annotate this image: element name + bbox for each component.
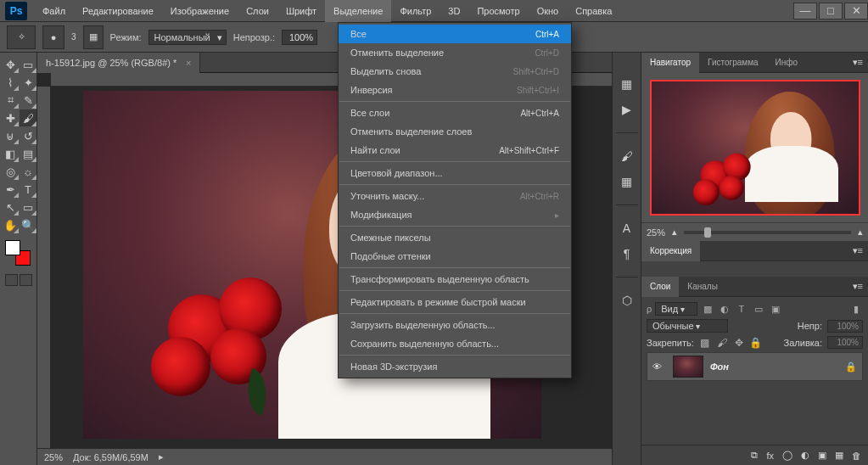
tab-navigator[interactable]: Навигатор bbox=[641, 53, 699, 73]
menu-фильтр[interactable]: Фильтр bbox=[391, 0, 440, 22]
spot-heal-tool[interactable]: ✚ bbox=[2, 109, 19, 126]
pen-tool[interactable]: ✒ bbox=[2, 181, 19, 198]
zoom-tool[interactable]: 🔍 bbox=[20, 216, 36, 233]
tab-channels[interactable]: Каналы bbox=[679, 277, 726, 297]
menu-выделение[interactable]: Выделение bbox=[325, 0, 391, 22]
navigator-zoom-slider[interactable] bbox=[684, 231, 851, 234]
gradient-tool[interactable]: ▤ bbox=[20, 145, 36, 162]
brush-preset-icon[interactable]: 🖌 bbox=[619, 148, 636, 164]
status-arrow-icon[interactable]: ▸ bbox=[159, 451, 164, 462]
menu-слои[interactable]: Слои bbox=[238, 0, 277, 22]
navigator-zoom-value[interactable]: 25% bbox=[647, 227, 665, 238]
layer-mask-icon[interactable]: ◯ bbox=[782, 450, 792, 461]
lasso-tool[interactable]: ⌇ bbox=[2, 74, 19, 91]
path-select-tool[interactable]: ↖ bbox=[2, 199, 19, 216]
panel-menu-icon[interactable]: ▾≡ bbox=[848, 57, 868, 68]
crop-tool[interactable]: ⌗ bbox=[2, 92, 19, 109]
blur-tool[interactable]: ◎ bbox=[2, 163, 19, 180]
menu-item[interactable]: Цветовой диапазон... bbox=[339, 164, 571, 182]
filter-icon[interactable]: ρ bbox=[647, 304, 652, 314]
close-tab-icon[interactable]: × bbox=[186, 58, 191, 68]
menu-файл[interactable]: Файл bbox=[34, 0, 74, 22]
menu-item[interactable]: Отменить выделение слоев bbox=[339, 122, 571, 141]
new-group-icon[interactable]: ▣ bbox=[818, 450, 826, 461]
menu-item[interactable]: Все слоиAlt+Ctrl+A bbox=[339, 104, 571, 122]
menu-3d[interactable]: 3D bbox=[440, 0, 468, 22]
zoom-in-icon[interactable]: ▴ bbox=[858, 227, 863, 238]
menu-item[interactable]: Найти слоиAlt+Shift+Ctrl+F bbox=[339, 141, 571, 160]
current-tool-icon[interactable]: ✧ bbox=[7, 25, 36, 49]
layer-row[interactable]: 👁 Фон 🔒 bbox=[647, 352, 863, 381]
quick-select-tool[interactable]: ✦ bbox=[20, 74, 36, 91]
character-panel-icon[interactable]: A bbox=[619, 221, 636, 236]
panel-menu-icon[interactable]: ▾≡ bbox=[848, 281, 868, 292]
visibility-eye-icon[interactable]: 👁 bbox=[652, 361, 666, 372]
color-swatches[interactable] bbox=[5, 240, 31, 266]
play-icon[interactable]: ▶ bbox=[619, 102, 636, 117]
navigator-thumbnail[interactable] bbox=[650, 80, 860, 216]
lock-transparency-icon[interactable]: ▩ bbox=[699, 337, 711, 349]
window-maximize[interactable]: □ bbox=[819, 3, 843, 20]
quickmask-mode-button[interactable] bbox=[20, 274, 32, 286]
menu-справка[interactable]: Справка bbox=[567, 0, 620, 22]
standard-mode-button[interactable] bbox=[5, 274, 18, 286]
eraser-tool[interactable]: ◧ bbox=[2, 145, 19, 162]
eyedropper-tool[interactable]: ✎ bbox=[20, 92, 36, 109]
tab-info[interactable]: Инфо bbox=[767, 53, 807, 73]
new-layer-icon[interactable]: ▦ bbox=[835, 450, 843, 461]
clone-stamp-tool[interactable]: ⊎ bbox=[2, 127, 19, 144]
filter-pixel-icon[interactable]: ▩ bbox=[701, 302, 714, 316]
status-zoom[interactable]: 25% bbox=[44, 452, 63, 462]
menu-просмотр[interactable]: Просмотр bbox=[468, 0, 528, 22]
lock-pixels-icon[interactable]: 🖌 bbox=[716, 337, 728, 349]
document-tab[interactable]: h-15912.jpg @ 25% (RGB/8#) * × bbox=[37, 53, 200, 73]
window-close[interactable]: ✕ bbox=[844, 3, 868, 20]
layer-opacity-input[interactable]: 100% bbox=[827, 320, 863, 333]
layer-fill-input[interactable]: 100% bbox=[827, 336, 863, 349]
menu-шрифт[interactable]: Шрифт bbox=[277, 0, 325, 22]
filter-toggle-switch[interactable]: ▮ bbox=[849, 302, 863, 316]
zoom-out-icon[interactable]: ▴ bbox=[672, 227, 677, 238]
3d-panel-icon[interactable]: ⬡ bbox=[619, 293, 636, 308]
menu-окно[interactable]: Окно bbox=[529, 0, 568, 22]
layer-filter-kind[interactable]: Вид ▾ bbox=[655, 302, 697, 316]
history-panel-icon[interactable]: ▦ bbox=[619, 76, 636, 92]
new-fill-adjust-icon[interactable]: ◐ bbox=[801, 450, 809, 461]
swatches-icon[interactable]: ▦ bbox=[619, 174, 636, 189]
filter-shape-icon[interactable]: ▭ bbox=[752, 302, 765, 316]
panel-menu-icon[interactable]: ▾≡ bbox=[848, 245, 868, 256]
menu-изображение[interactable]: Изображение bbox=[162, 0, 238, 22]
hand-tool[interactable]: ✋ bbox=[2, 216, 19, 233]
tab-layers[interactable]: Слои bbox=[641, 277, 679, 297]
marquee-tool[interactable]: ▭ bbox=[20, 56, 36, 73]
filter-adjust-icon[interactable]: ◐ bbox=[718, 302, 731, 316]
menu-item[interactable]: Редактировать в режиме быстрой маски bbox=[339, 293, 571, 311]
shape-tool[interactable]: ▭ bbox=[20, 199, 36, 216]
delete-layer-icon[interactable]: 🗑 bbox=[852, 451, 861, 461]
brush-preset-picker[interactable]: ● bbox=[42, 25, 64, 49]
brush-tool[interactable]: 🖌 bbox=[20, 109, 36, 126]
menu-редактирование[interactable]: Редактирование bbox=[74, 0, 162, 22]
foreground-color-swatch[interactable] bbox=[5, 240, 20, 255]
filter-type-icon[interactable]: T bbox=[735, 302, 748, 316]
lock-position-icon[interactable]: ✥ bbox=[733, 337, 745, 349]
window-minimize[interactable]: — bbox=[793, 3, 817, 20]
paragraph-panel-icon[interactable]: ¶ bbox=[619, 246, 636, 261]
lock-all-icon[interactable]: 🔒 bbox=[750, 337, 762, 349]
blend-mode-select[interactable]: Нормальный ▾ bbox=[148, 30, 227, 45]
link-layers-icon[interactable]: ⧉ bbox=[751, 450, 758, 461]
dodge-tool[interactable]: ☼ bbox=[20, 163, 36, 180]
type-tool[interactable]: T bbox=[20, 181, 36, 198]
layer-blend-mode[interactable]: Обычные ▾ bbox=[647, 319, 728, 333]
move-tool[interactable]: ✥ bbox=[2, 56, 19, 73]
layer-name[interactable]: Фон bbox=[710, 361, 729, 372]
tab-adjustments[interactable]: Коррекция bbox=[641, 241, 700, 261]
brush-panel-toggle[interactable]: ▦ bbox=[83, 25, 104, 49]
history-brush-tool[interactable]: ↺ bbox=[20, 127, 36, 144]
tab-histogram[interactable]: Гистограмма bbox=[699, 53, 767, 73]
layer-fx-icon[interactable]: fx bbox=[766, 451, 774, 461]
menu-item[interactable]: ВсеCtrl+A bbox=[339, 25, 571, 43]
layer-thumbnail[interactable] bbox=[673, 356, 703, 378]
filter-smart-icon[interactable]: ▣ bbox=[769, 302, 782, 316]
opacity-option-input[interactable]: 100% bbox=[282, 30, 317, 45]
